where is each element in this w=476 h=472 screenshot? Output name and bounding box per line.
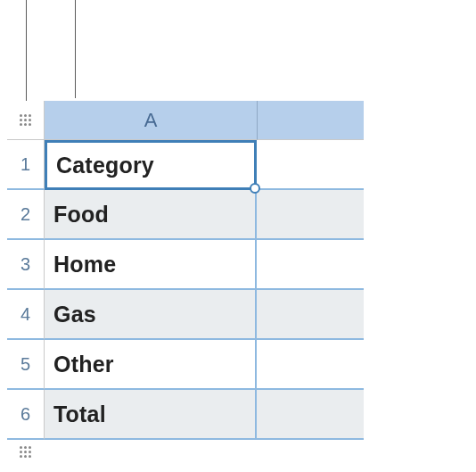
add-row-handle[interactable]	[7, 440, 45, 465]
table-row: 2 Food	[7, 190, 364, 240]
column-header-b[interactable]	[257, 101, 364, 140]
row-header-2[interactable]: 2	[7, 190, 45, 240]
column-header-a[interactable]: A	[45, 101, 257, 140]
cell-a5[interactable]: Other	[45, 340, 257, 390]
cell-a4[interactable]: Gas	[45, 290, 257, 340]
row-header-3[interactable]: 3	[7, 240, 45, 290]
row-header-5[interactable]: 5	[7, 340, 45, 390]
table-row: 1 Category	[7, 140, 364, 190]
cell-a3[interactable]: Home	[45, 240, 257, 290]
header-row: A	[7, 101, 364, 140]
select-all-corner[interactable]	[7, 101, 45, 140]
table-row: 5 Other	[7, 340, 364, 390]
cell-a6[interactable]: Total	[45, 390, 257, 440]
footer-row	[7, 440, 364, 465]
cell-b6[interactable]	[257, 390, 364, 440]
table-row: 6 Total	[7, 390, 364, 440]
grid-icon	[20, 114, 32, 127]
cell-value: Category	[56, 153, 154, 178]
cell-b4[interactable]	[257, 290, 364, 340]
cell-b2[interactable]	[257, 190, 364, 240]
spreadsheet: A 1 Category 2 Food 3 Home 4 Gas 5 Other…	[7, 101, 364, 465]
row-header-1[interactable]: 1	[7, 140, 45, 190]
cell-b5[interactable]	[257, 340, 364, 390]
cell-a1[interactable]: Category	[45, 140, 257, 190]
callout-line-row-header	[26, 0, 27, 107]
cell-b3[interactable]	[257, 240, 364, 290]
table-row: 4 Gas	[7, 290, 364, 340]
table-row: 3 Home	[7, 240, 364, 290]
cell-b1[interactable]	[257, 140, 364, 190]
selection-handle[interactable]	[250, 183, 260, 194]
grid-icon	[20, 446, 32, 459]
row-header-6[interactable]: 6	[7, 390, 45, 440]
callout-line-column-header	[75, 0, 76, 98]
cell-a2[interactable]: Food	[45, 190, 257, 240]
row-header-4[interactable]: 4	[7, 290, 45, 340]
